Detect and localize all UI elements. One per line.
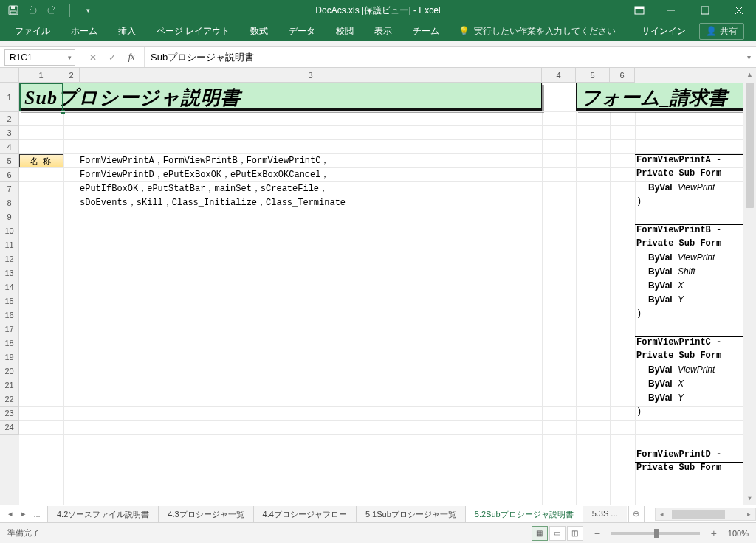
row-header[interactable]: 12: [0, 252, 19, 266]
share-button[interactable]: 👤 共有: [699, 23, 744, 40]
new-sheet-icon[interactable]: ⊕: [628, 506, 645, 522]
row-header[interactable]: 20: [0, 364, 19, 378]
tab-home[interactable]: ホーム: [61, 21, 108, 41]
scroll-left-icon[interactable]: ◂: [656, 508, 669, 520]
name-box-value: R1C1: [10, 52, 32, 63]
tab-review[interactable]: 校閲: [326, 21, 364, 41]
zoom-in-icon[interactable]: +: [709, 528, 719, 539]
page-break-view-icon[interactable]: ◫: [567, 526, 583, 541]
sheet-tab[interactable]: 4.3プロシージャ一覧: [158, 506, 253, 522]
column-header[interactable]: 1: [19, 68, 63, 83]
column-header[interactable]: 2: [63, 68, 80, 83]
row-header[interactable]: 22: [0, 392, 19, 407]
row-header[interactable]: 11: [0, 238, 19, 252]
row-header[interactable]: 4: [0, 140, 19, 154]
row-header[interactable]: 21: [0, 378, 19, 392]
column-header[interactable]: 4: [542, 68, 576, 83]
scroll-thumb[interactable]: [746, 83, 754, 208]
insert-function-icon[interactable]: fx: [123, 49, 140, 66]
row-header[interactable]: 15: [0, 294, 19, 308]
scroll-up-icon[interactable]: ▲: [743, 68, 756, 81]
page-layout-view-icon[interactable]: ▭: [549, 526, 566, 541]
ribbon-tabs: ファイル ホーム 挿入 ページ レイアウト 数式 データ 校閲 表示 チーム 💡…: [0, 21, 756, 41]
svg-rect-2: [10, 11, 16, 14]
scroll-thumb[interactable]: [672, 510, 725, 519]
sheet-tab[interactable]: 5.1Subプロシージャ一覧: [356, 506, 466, 522]
row-header[interactable]: 16: [0, 308, 19, 322]
window-title: DocAcs.xls [保護ビュー] - Excel: [315, 4, 440, 17]
horizontal-scrollbar[interactable]: ◂ ▸: [655, 508, 757, 521]
scroll-down-icon[interactable]: ▼: [743, 491, 756, 505]
tab-overflow-icon[interactable]: ...: [31, 508, 43, 520]
row-header[interactable]: 17: [0, 322, 19, 336]
save-icon[interactable]: [7, 4, 19, 16]
column-header[interactable]: 6: [610, 68, 635, 83]
row-header[interactable]: 8: [0, 196, 19, 210]
proc-header[interactable]: FormViewPrintD -: [635, 449, 743, 463]
tab-resize-handle[interactable]: ⋮: [645, 509, 650, 519]
cancel-formula-icon[interactable]: ✕: [85, 49, 101, 66]
tell-me-search[interactable]: 💡 実行したい作業を入力してください: [450, 25, 616, 38]
row-header[interactable]: 6: [0, 168, 19, 182]
lightbulb-icon: 💡: [458, 26, 470, 36]
row-header[interactable]: 13: [0, 266, 19, 280]
formula-input[interactable]: Subプロシージャ説明書: [145, 47, 741, 67]
row-headers: 123456789101112131415161718192021222324: [0, 83, 19, 505]
row-header[interactable]: 14: [0, 280, 19, 294]
select-all-corner[interactable]: [0, 68, 19, 83]
row-header[interactable]: 5: [0, 154, 19, 168]
zoom-knob[interactable]: [654, 529, 659, 538]
ribbon-display-icon[interactable]: [625, 6, 654, 15]
column-header[interactable]: 3: [80, 68, 542, 83]
minimize-button[interactable]: [654, 0, 688, 21]
row-header[interactable]: 3: [0, 126, 19, 140]
row-header[interactable]: 7: [0, 182, 19, 196]
expand-formula-bar-icon[interactable]: ▾: [741, 53, 756, 61]
sheet-tab[interactable]: 5.3S ...: [583, 506, 627, 522]
redo-icon[interactable]: [46, 4, 58, 16]
column-headers: 1 2 3 4 5 6: [19, 68, 743, 83]
qat-customize-icon[interactable]: ▾: [82, 4, 94, 16]
row-header[interactable]: 9: [0, 210, 19, 224]
sheet-tab[interactable]: 5.2Subプロシージャ説明書: [465, 506, 583, 522]
tab-file[interactable]: ファイル: [4, 21, 61, 41]
row-header[interactable]: 10: [0, 224, 19, 238]
ribbon-collapsed: [0, 41, 756, 47]
close-button[interactable]: [722, 0, 756, 21]
zoom-slider[interactable]: [611, 532, 700, 535]
sheet-tab[interactable]: 4.2ソースファイル説明書: [47, 506, 159, 522]
normal-view-icon[interactable]: ▦: [532, 526, 548, 541]
tell-me-placeholder: 実行したい作業を入力してください: [474, 25, 616, 38]
vertical-scrollbar[interactable]: ▲ ▼: [743, 68, 756, 505]
zoom-level[interactable]: 100%: [728, 529, 749, 538]
row-header[interactable]: 2: [0, 112, 19, 126]
row-header[interactable]: 18: [0, 336, 19, 350]
tab-team[interactable]: チーム: [402, 21, 450, 41]
scroll-right-icon[interactable]: ▸: [742, 508, 755, 520]
maximize-button[interactable]: [688, 0, 722, 21]
name-box[interactable]: R1C1 ▾: [4, 49, 75, 66]
formula-bar: R1C1 ▾ ✕ ✓ fx Subプロシージャ説明書 ▾: [0, 47, 756, 68]
undo-icon[interactable]: [27, 4, 38, 16]
share-icon: 👤: [706, 26, 717, 36]
column-header[interactable]: 5: [576, 68, 610, 83]
cell-grid[interactable]: Subプロシージャ説明書 フォーム_請求書 名 称 FormViewPrintA…: [19, 83, 743, 505]
cell-text[interactable]: Private Sub Form: [635, 463, 743, 477]
sheet-tabs: 4.2ソースファイル説明書4.3プロシージャ一覧4.4プロシージャフロー5.1S…: [47, 505, 627, 522]
row-header[interactable]: 24: [0, 421, 19, 435]
tab-pagelayout[interactable]: ページ レイアウト: [146, 21, 240, 41]
sheet-tab[interactable]: 4.4プロシージャフロー: [253, 506, 357, 522]
zoom-out-icon[interactable]: −: [592, 528, 602, 539]
tab-data[interactable]: データ: [278, 21, 326, 41]
tab-insert[interactable]: 挿入: [108, 21, 146, 41]
chevron-down-icon[interactable]: ▾: [68, 54, 72, 61]
signin-link[interactable]: サインイン: [642, 25, 686, 38]
row-header[interactable]: 23: [0, 407, 19, 421]
tab-view[interactable]: 表示: [364, 21, 402, 41]
tab-formulas[interactable]: 数式: [240, 21, 278, 41]
tab-next-icon[interactable]: ▸: [18, 508, 30, 520]
row-header[interactable]: 19: [0, 350, 19, 364]
row-header[interactable]: 1: [0, 83, 19, 112]
enter-formula-icon[interactable]: ✓: [104, 49, 120, 66]
tab-first-icon[interactable]: ◂: [4, 508, 16, 520]
